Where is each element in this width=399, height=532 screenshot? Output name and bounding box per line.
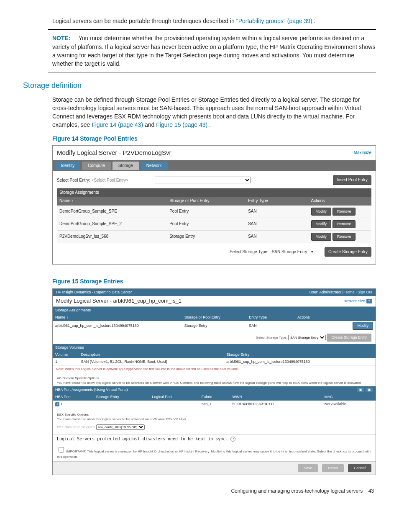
storage-volumes-table: Storage Volumes Volume Description Stora… [53,344,376,366]
fig15-caption: Figure 15 Storage Entries [52,277,376,285]
col-wwn[interactable]: WWN [230,393,322,401]
home-link[interactable]: Home [345,290,355,294]
note-paragraph: NOTE: You must determine whether the pro… [52,34,376,68]
col2-etype[interactable]: Entry Type [246,314,295,321]
storage-type-select[interactable]: SAN Storage Entry [288,335,326,340]
col-logical-port[interactable]: Logical Port [149,393,199,401]
modify-button[interactable]: Modify [311,220,332,228]
fig15-topbar-title: HP Insight Dynamics - Cupertino Data Cen… [56,290,132,295]
esx-ds-select[interactable]: vm_config_files[19.36 GB] [96,424,145,430]
col-volume[interactable]: Volume [53,351,79,358]
tab-network[interactable]: Network [141,162,168,170]
table-row: DemoPortGroup_Sample_SPE_2 Pool Entry SA… [57,218,371,230]
table-row: P2VDemoLogSvr_lss_568 Storage Entry SAN … [57,230,371,243]
storage-definition-heading: Storage definition [23,80,376,91]
important-text: IMPORTANT: This logical server is manage… [57,450,371,459]
intro-paragraph: Logical servers can be made portable thr… [52,17,376,25]
volume-note: Note: When this Logical Server is activa… [53,366,376,373]
restore-size-link[interactable]: Restore Size [344,299,366,303]
info-icon[interactable]: ? [230,437,235,442]
sync-text: Logical Servers protected against disast… [57,436,228,442]
create-storage-entry-disabled: Create Storage Entry [327,334,371,342]
user-label: User: Administrator [309,290,342,294]
esx-ds-label: ESX Data Store Selection [57,425,95,429]
divider-top [48,29,376,30]
note-text: You must determine whether the provision… [52,35,375,67]
divider-after-note [48,72,376,72]
esx-options-text: You have chosen to allow this logical se… [57,417,371,422]
vc-options-heading: VC Domain Specific Options [57,376,371,381]
storage-text-c: . [209,121,211,128]
col-storage-entry[interactable]: Storage Entry [224,351,376,358]
signout-link[interactable]: Sign Out [358,290,372,294]
col-name[interactable]: Name [57,197,167,206]
page-footer: Configuring and managing cross-technolog… [23,488,376,495]
vc-options-text: You have chosen to allow this logical se… [57,380,371,386]
cancel-button[interactable]: Cancel [348,464,371,472]
col2-name[interactable]: Name [53,314,182,321]
storage-text-b: and [145,121,156,128]
col-actions: Actions [309,197,371,206]
select-storage-type-label-2: Select Storage Type: [256,336,287,339]
hba-section-header: HBA Port Assignments (Using Virtual Port… [53,386,322,393]
save-button: Save [298,464,318,472]
assign-section-header: Storage Assignments [53,307,376,314]
modify-button[interactable]: Modify [353,322,373,330]
expand-icon[interactable]: ▣ [357,388,364,392]
select-storage-type-label: Select Storage Type: [230,249,269,255]
modify-button[interactable]: Modify [311,233,332,241]
esx-options-heading: ESX Specific Options [57,412,371,417]
col-storage-entry-2[interactable]: Storage Entry [94,393,150,401]
expand-row-icon[interactable]: + [55,402,59,406]
reset-button: Reset [322,464,344,472]
table-row: arbld961_cup_hp_com_ls_lsstore1304994075… [53,321,376,331]
table-row: 1 SAN (Volume=1, 51.2Gb, Raid=NONE, Boot… [53,358,376,366]
fig15-assignments-table: Storage Assignments Name Storage or Pool… [53,307,376,331]
intro-text-1: Logical servers can be made portable thr… [52,18,236,24]
col-description[interactable]: Description [79,351,224,358]
remove-button[interactable]: Remove [332,233,356,241]
fig14-tabs: Identity Compute Storage Network [53,160,376,172]
important-checkbox[interactable] [59,447,64,452]
select-pool-placeholder: <Select Pool Entry> [92,178,128,182]
fig15-link[interactable]: Figure 15 (page 43) [156,121,207,128]
create-storage-entry-button[interactable]: Create Storage Entry [325,247,371,257]
table-row: +1 san_1 50:01:43:80:02:A3:10:00 Not Ava… [53,401,376,408]
tab-identity[interactable]: Identity [55,162,80,170]
fig14-window-title: Modify Logical Server - P2VDemoLogSvr [57,148,171,157]
tab-compute[interactable]: Compute [82,162,111,170]
col-fabric[interactable]: Fabric [199,393,230,401]
intro-text-2: . [314,18,316,24]
table-row: DemoPortGroup_Sample_SPE Pool Entry SAN … [57,206,371,218]
fig14-caption: Figure 14 Storage Pool Entries [52,134,376,143]
col2-spe[interactable]: Storage or Pool Entry [182,314,246,321]
select-pool-dropdown[interactable] [155,177,251,183]
col-hba-port[interactable]: HBA Port [53,393,94,401]
tab-storage[interactable]: Storage [113,162,139,170]
footer-text: Configuring and managing cross-technolog… [231,488,363,494]
note-label: NOTE: [52,35,71,41]
remove-button[interactable]: Remove [332,220,356,228]
fig15-box: HP Insight Dynamics - Cupertino Data Cen… [52,288,376,475]
collapse-icon[interactable]: ▣ [366,388,373,392]
portability-link[interactable]: "Portability groups" (page 39) [236,18,312,24]
maximize-link[interactable]: Maximize [354,150,371,156]
restore-icon[interactable]: ? [366,299,372,303]
page-number: 43 [368,488,374,494]
select-pool-label: Select Pool Entry: [57,178,90,182]
storage-assignments-header: Storage Assignments [57,188,371,197]
fig14-box: Modify Logical Server - P2VDemoLogSvr Ma… [52,145,376,265]
hba-table: HBA Port Assignments (Using Virtual Port… [53,386,376,408]
remove-button[interactable]: Remove [332,208,356,216]
col-mac[interactable]: MAC [322,393,376,401]
col-entry-type[interactable]: Entry Type [246,197,308,206]
volumes-section-header: Storage Volumes [53,344,376,351]
col-storage-or-pool[interactable]: Storage or Pool Entry [167,197,246,206]
insert-pool-entry-button[interactable]: Insert Pool Entry [333,175,371,185]
storage-assignments-table: Storage Assignments Name Storage or Pool… [57,188,371,243]
modify-button[interactable]: Modify [311,208,332,216]
col2-actions: Actions [295,314,376,321]
fig15-window-title: Modify Logical Server - arbld961_cup_hp_… [56,297,182,305]
select-storage-type-value[interactable]: SAN Storage Entry [272,249,307,255]
fig14-link[interactable]: Figure 14 (page 43) [92,121,143,128]
